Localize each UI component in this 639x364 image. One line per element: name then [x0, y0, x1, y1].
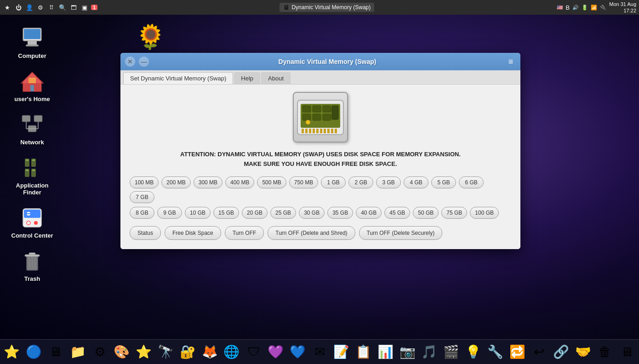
action-btn-0[interactable]: Status	[130, 226, 161, 240]
dock-swap[interactable]: 🖥	[617, 342, 637, 362]
taskbar-bluetooth-icon[interactable]: B	[566, 4, 570, 11]
taskbar-grid-icon[interactable]: ⠿	[47, 3, 56, 12]
desktop-icon-network[interactable]: Network	[5, 107, 60, 150]
size-btn-5gb[interactable]: 5 GB	[431, 176, 456, 188]
dock-trash[interactable]: 🗑	[595, 342, 615, 362]
size-btn-50gb[interactable]: 50 GB	[413, 207, 439, 219]
desktop-icon-trash[interactable]: Trash	[5, 244, 60, 287]
dock-writer[interactable]: 📝	[331, 342, 352, 362]
dock-keepass[interactable]: 🔐	[177, 342, 198, 362]
svg-rect-24	[24, 210, 40, 218]
action-btn-4[interactable]: Turn OFF (Delete Securely)	[359, 226, 443, 240]
size-btn-400mb[interactable]: 400 MB	[225, 176, 254, 188]
svg-rect-52	[327, 129, 330, 133]
size-btn-9gb[interactable]: 9 GB	[157, 207, 182, 219]
svg-rect-53	[331, 129, 333, 133]
svg-point-29	[34, 221, 38, 225]
taskbar-active-window[interactable]: 🖥 Dynamic Virtual Memory (Swap)	[280, 3, 374, 12]
size-btn-20gb[interactable]: 20 GB	[242, 207, 268, 219]
taskbar-flag-icon[interactable]: 🇺🇸	[557, 5, 563, 11]
dock-shield[interactable]: 🛡	[244, 342, 264, 362]
tab-about[interactable]: About	[261, 72, 291, 84]
tab-help[interactable]: Help	[234, 72, 260, 84]
dock-video[interactable]: 🎬	[441, 342, 462, 362]
dock-files[interactable]: 📁	[68, 342, 88, 362]
size-btn-1gb[interactable]: 1 GB	[321, 176, 346, 188]
dock-settings[interactable]: ⚙	[90, 342, 110, 362]
taskbar-star-icon[interactable]: ★	[3, 3, 12, 12]
taskbar-battery2-icon[interactable]: 🔌	[600, 5, 606, 11]
svg-rect-20	[32, 159, 35, 161]
size-btn-30gb[interactable]: 30 GB	[299, 207, 325, 219]
network-icon-label: Network	[20, 139, 44, 146]
taskbar-bottom: ⭐🔵🖥📁⚙🎨⭐🔭🔐🦊🌐🛡💜💙✉📝📋📊📷🎵🎬💡🔧🔁↩🔗🤝🗑🖥	[0, 339, 639, 364]
dock-theme[interactable]: 🎨	[112, 342, 132, 362]
size-btn-3gb[interactable]: 3 GB	[376, 176, 401, 188]
dock-teamviewer[interactable]: 🤝	[573, 342, 593, 362]
svg-rect-32	[29, 253, 35, 255]
svg-rect-3	[26, 45, 39, 46]
size-btn-15gb[interactable]: 15 GB	[213, 207, 239, 219]
desktop-icon-computer[interactable]: Computer	[5, 21, 60, 64]
svg-rect-7	[29, 78, 36, 83]
taskbar-battery-icon[interactable]: 🔋	[582, 5, 588, 11]
taskbar-search-icon[interactable]: 🔍	[58, 3, 67, 12]
tab-set-swap[interactable]: Set Dynamic Virtual Memory (Swap)	[123, 72, 233, 84]
home-icon-label: user's Home	[14, 96, 50, 102]
dock-audio[interactable]: 🎵	[419, 342, 439, 362]
dock-tools[interactable]: 🔧	[485, 342, 505, 362]
window-titlebar: ✕ — Dynamic Virtual Memory (Swap) ≡	[120, 53, 520, 70]
size-btn-4gb[interactable]: 4 GB	[404, 176, 428, 188]
dock-remote[interactable]: 🔗	[551, 342, 571, 362]
taskbar-gear-icon[interactable]: ⚙	[36, 3, 45, 12]
size-btn-300mb[interactable]: 300 MB	[194, 176, 223, 188]
dock-sync[interactable]: 🔁	[507, 342, 527, 362]
window-menu-button[interactable]: ≡	[506, 57, 516, 67]
size-btn-40gb[interactable]: 40 GB	[356, 207, 382, 219]
size-btn-200mb[interactable]: 200 MB	[161, 176, 190, 188]
window-close-button[interactable]: ✕	[125, 57, 135, 67]
size-btn-25gb[interactable]: 25 GB	[270, 207, 296, 219]
action-btn-3[interactable]: Turn OFF (Delete and Shred)	[268, 226, 355, 240]
dock-skype[interactable]: 💙	[287, 342, 308, 362]
size-btn-500mb[interactable]: 500 MB	[257, 176, 286, 188]
window-minimize-button[interactable]: —	[139, 57, 149, 67]
dock-favorites[interactable]: ⭐	[134, 342, 154, 362]
size-btn-75gb[interactable]: 75 GB	[441, 207, 467, 219]
dock-desktop[interactable]: 🖥	[46, 342, 66, 362]
action-btn-1[interactable]: Free Disk Space	[165, 226, 221, 240]
size-btn-8gb[interactable]: 8 GB	[130, 207, 154, 219]
size-btn-2gb[interactable]: 2 GB	[348, 176, 373, 188]
size-btn-7gb[interactable]: 7 GB	[130, 191, 154, 203]
dock-back[interactable]: ↩	[529, 342, 549, 362]
dock-mail[interactable]: ✉	[309, 342, 330, 362]
taskbar-volume-icon[interactable]: 🔊	[572, 5, 579, 11]
desktop-icon-home[interactable]: user's Home	[5, 64, 60, 107]
dock-firefox[interactable]: 🦊	[200, 342, 220, 362]
dock-star[interactable]: ⭐	[2, 342, 22, 362]
desktop-icon-controlcenter[interactable]: Control Center	[5, 200, 60, 244]
taskbar-screen-icon[interactable]: ▣	[80, 3, 89, 12]
size-btn-100gb[interactable]: 100 GB	[470, 207, 499, 219]
taskbar-user-icon[interactable]: 👤	[25, 3, 34, 12]
size-btn-45gb[interactable]: 45 GB	[384, 207, 410, 219]
size-btn-6gb[interactable]: 6 GB	[459, 176, 484, 188]
dock-idea[interactable]: 💡	[463, 342, 484, 362]
size-btn-100mb[interactable]: 100 MB	[130, 176, 159, 188]
svg-rect-54	[335, 129, 337, 133]
taskbar-power-icon[interactable]: ⏻	[14, 3, 23, 12]
dock-shots[interactable]: 📷	[397, 342, 417, 362]
dock-chromium[interactable]: 🌐	[222, 342, 242, 362]
size-btn-10gb[interactable]: 10 GB	[185, 207, 211, 219]
dock-sheets[interactable]: 📊	[376, 342, 396, 362]
dock-finder[interactable]: 🔭	[156, 342, 176, 362]
taskbar-window-icon[interactable]: 🗔	[69, 3, 78, 12]
desktop-icon-appfinder[interactable]: Application Finder	[5, 150, 60, 200]
dock-dots[interactable]: 🔵	[24, 342, 44, 362]
taskbar-signal-icon[interactable]: 📶	[591, 5, 597, 11]
dock-impress[interactable]: 📋	[354, 342, 374, 362]
size-btn-750mb[interactable]: 750 MB	[289, 176, 318, 188]
dock-viber[interactable]: 💜	[266, 342, 286, 362]
size-btn-35gb[interactable]: 35 GB	[327, 207, 353, 219]
action-btn-2[interactable]: Turn OFF	[225, 226, 264, 240]
